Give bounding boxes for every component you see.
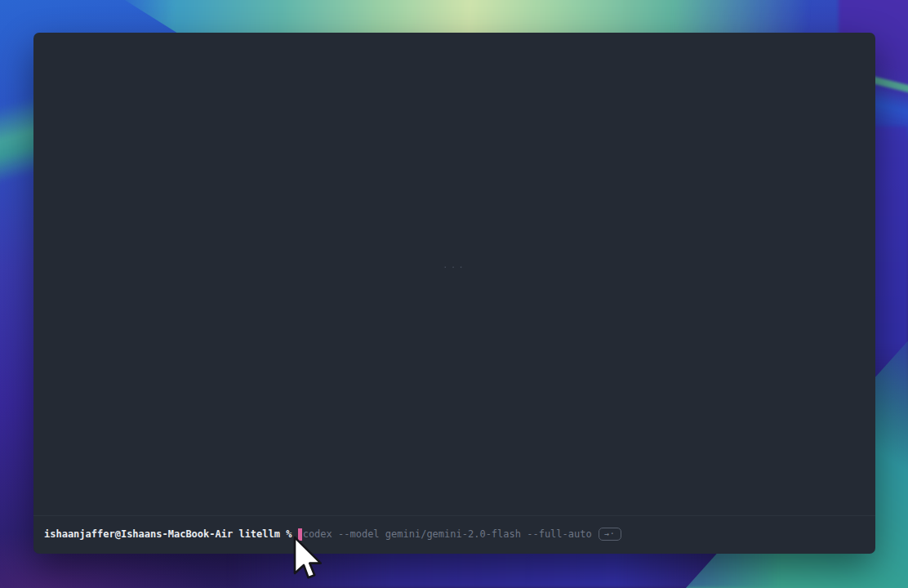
loading-indicator: ··· <box>33 262 875 273</box>
mouse-cursor-icon <box>292 536 325 583</box>
terminal-window[interactable]: ··· ishaanjaffer@Ishaans-MacBook-Air lit… <box>33 33 875 554</box>
command-input[interactable]: ishaanjaffer@Ishaans-MacBook-Air litellm… <box>44 528 621 541</box>
prompt-separator <box>33 515 875 516</box>
shell-prompt: ishaanjaffer@Ishaans-MacBook-Air litellm… <box>44 528 298 541</box>
tab-key-hint: →· <box>599 528 621 541</box>
autosuggestion-text: codex --model gemini/gemini-2.0-flash --… <box>303 528 592 541</box>
